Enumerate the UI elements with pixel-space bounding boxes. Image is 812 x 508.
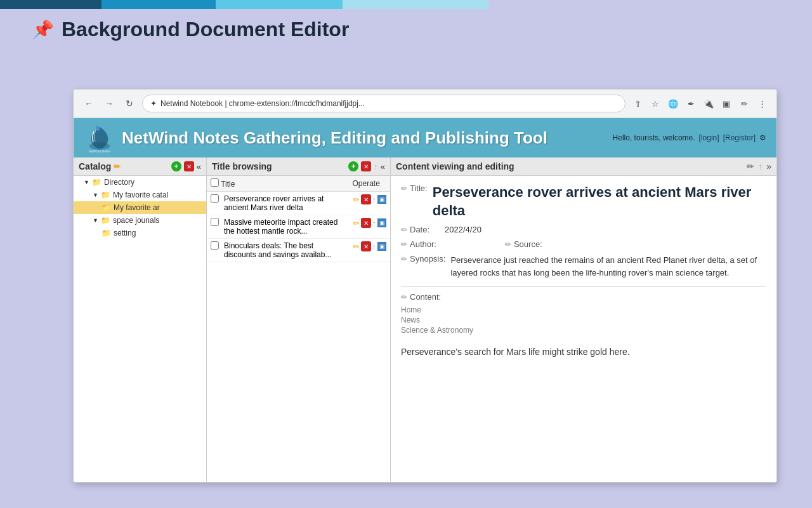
tree-item-favorite-catal[interactable]: ▼ 📁 My favorite catal <box>74 189 206 201</box>
title-text-2: Massive meteorite impact created the hot… <box>224 218 345 236</box>
operate-cell-2: ✏ ✕ ↑ ▣ <box>349 215 391 239</box>
site-title: NetWind Notes Gathering, Editing and Pub… <box>122 128 547 148</box>
table-row: Massive meteorite impact created the hot… <box>207 215 390 239</box>
up-icon-1[interactable]: ↑ <box>372 195 377 204</box>
delete-icon-2[interactable]: ✕ <box>361 218 371 228</box>
site-body: Catalog ✏ + ✕ « ▼ 📁 Directory ▼ 📁 My fav… <box>74 157 776 482</box>
pen-button[interactable]: ✏ <box>737 97 751 110</box>
content-field-label: ✏ Content: <box>401 292 441 302</box>
title-collapse-btn[interactable]: « <box>381 162 385 171</box>
content-edit-icon[interactable]: ✏ <box>747 161 754 171</box>
delete-icon-1[interactable]: ✕ <box>361 194 371 204</box>
window-button[interactable]: ▣ <box>719 97 733 110</box>
move-icon-1[interactable]: ▣ <box>377 195 386 204</box>
bar-1 <box>0 0 102 9</box>
tree-item-favorite-ar[interactable]: 📁 My favorite ar <box>74 201 206 214</box>
delete-icon-3[interactable]: ✕ <box>361 241 371 251</box>
site-logo-area: NetWind Notes NetWind Notes Gathering, E… <box>84 122 547 154</box>
title-panel-actions: + ✕ ↑ « <box>348 161 385 171</box>
tree-item-space-journals[interactable]: ▼ 📁 space jounals <box>74 214 206 227</box>
title-up-btn[interactable]: ↑ <box>374 162 378 171</box>
title-checkbox-2[interactable] <box>211 218 219 226</box>
title-delete-btn[interactable]: ✕ <box>361 161 371 171</box>
title-cell-2: Massive meteorite impact created the hot… <box>207 215 349 239</box>
url-text: Netwind Notebook | chrome-extension://lm… <box>160 99 365 108</box>
extension-button[interactable]: 🔌 <box>702 97 716 110</box>
select-all-checkbox[interactable] <box>211 178 219 187</box>
author-field-label: ✏ Author: <box>401 239 436 249</box>
folder-icon-2: 📁 <box>101 190 110 199</box>
breadcrumb-news[interactable]: News <box>401 316 766 324</box>
forward-button[interactable]: → <box>102 96 117 111</box>
settings-icon[interactable]: ⚙ <box>759 133 766 142</box>
content-edit-icon-2[interactable]: ✏ <box>401 293 407 302</box>
author-source-row: ✏ Author: ✏ Source: <box>401 239 766 249</box>
source-field-label: ✏ Source: <box>505 239 542 249</box>
svg-text:NetWind Notes: NetWind Notes <box>89 149 110 153</box>
edit-icon-1[interactable]: ✏ <box>353 195 360 204</box>
up-icon-3[interactable]: ↑ <box>372 242 377 251</box>
catalog-edit-icon[interactable]: ✏ <box>114 162 121 171</box>
bookmark-button[interactable]: ☆ <box>648 97 662 110</box>
title-panel-header: Title browsing + ✕ ↑ « <box>207 157 390 176</box>
content-header-actions: ✏ ↑ » <box>747 161 771 171</box>
register-link[interactable]: [Register] <box>723 133 756 142</box>
address-bar[interactable]: ✦ Netwind Notebook | chrome-extension://… <box>142 95 625 112</box>
title-checkbox-3[interactable] <box>211 241 219 250</box>
site-logo: NetWind Notes <box>84 122 115 154</box>
date-edit-icon[interactable]: ✏ <box>401 225 407 234</box>
operate-cell-1: ✏ ✕ ↑ ▣ <box>349 192 391 215</box>
feather-button[interactable]: ✒ <box>684 97 698 110</box>
login-link[interactable]: [login] <box>699 133 719 142</box>
catalog-collapse-btn[interactable]: « <box>197 162 201 171</box>
site-welcome: Hello, tourists, welcome. [login] [Regis… <box>613 133 766 142</box>
table-row: Perseverance rover arrives at ancient Ma… <box>207 192 390 215</box>
title-panel: Title browsing + ✕ ↑ « Title Operate <box>207 157 391 482</box>
back-button[interactable]: ← <box>81 96 96 111</box>
globe-button[interactable]: 🌐 <box>666 97 680 110</box>
synopsis-text: Perseverance just reached the remains of… <box>450 254 766 279</box>
title-add-btn[interactable]: + <box>348 161 358 171</box>
breadcrumb-science[interactable]: Science & Astronomy <box>401 326 766 335</box>
app-title: Background Document Editor <box>62 18 349 41</box>
bar-2 <box>102 0 216 9</box>
source-edit-icon[interactable]: ✏ <box>505 240 511 249</box>
move-icon-3[interactable]: ▣ <box>377 242 386 251</box>
sidebar-header: Catalog ✏ + ✕ « <box>74 157 206 176</box>
folder-icon-4: 📁 <box>101 216 110 225</box>
tree-label-favorite-catal: My favorite catal <box>113 190 168 199</box>
operate-cell-3: ✏ ✕ ↑ ▣ <box>349 239 391 262</box>
share-button[interactable]: ⇧ <box>631 97 645 110</box>
catalog-delete-btn[interactable]: ✕ <box>184 161 194 171</box>
up-icon-2[interactable]: ↑ <box>372 218 377 228</box>
folder-icon: 📁 <box>92 178 102 187</box>
app-header: 📌 Background Document Editor <box>32 18 349 41</box>
site-header: NetWind Notes NetWind Notes Gathering, E… <box>74 118 776 157</box>
content-panel-header: Content viewing and editing ✏ ↑ » <box>391 157 776 176</box>
breadcrumb-home[interactable]: Home <box>401 305 766 314</box>
tree-item-setting[interactable]: 📁 setting <box>74 227 206 239</box>
refresh-button[interactable]: ↻ <box>122 96 137 111</box>
divider <box>401 286 766 287</box>
title-edit-icon[interactable]: ✏ <box>401 184 407 193</box>
content-up-icon[interactable]: ↑ <box>758 161 763 171</box>
content-panel-title: Content viewing and editing <box>396 161 514 171</box>
more-button[interactable]: ⋮ <box>755 97 769 110</box>
move-icon-2[interactable]: ▣ <box>377 218 386 227</box>
title-text-3: Binoculars deals: The best discounts and… <box>224 241 345 259</box>
catalog-add-btn[interactable]: + <box>171 161 181 171</box>
author-edit-icon[interactable]: ✏ <box>401 240 407 249</box>
breadcrumb: Home News Science & Astronomy <box>401 305 766 335</box>
extension-icon: ✦ <box>150 99 157 108</box>
title-checkbox-1[interactable] <box>211 194 219 203</box>
synopsis-field-label: ✏ Synopsis: <box>401 254 445 264</box>
content-expand-icon[interactable]: » <box>766 161 771 171</box>
browser-actions: ⇧ ☆ 🌐 ✒ 🔌 ▣ ✏ ⋮ <box>631 97 769 110</box>
article-body-text: Perseverance's search for Mars life migh… <box>401 345 766 359</box>
edit-icon-2[interactable]: ✏ <box>353 218 360 228</box>
synopsis-edit-icon[interactable]: ✏ <box>401 255 407 264</box>
welcome-text: Hello, tourists, welcome. <box>613 133 695 142</box>
date-field-label: ✏ Date: <box>401 225 429 234</box>
edit-icon-3[interactable]: ✏ <box>353 242 360 251</box>
tree-item-directory[interactable]: ▼ 📁 Directory <box>74 176 206 189</box>
